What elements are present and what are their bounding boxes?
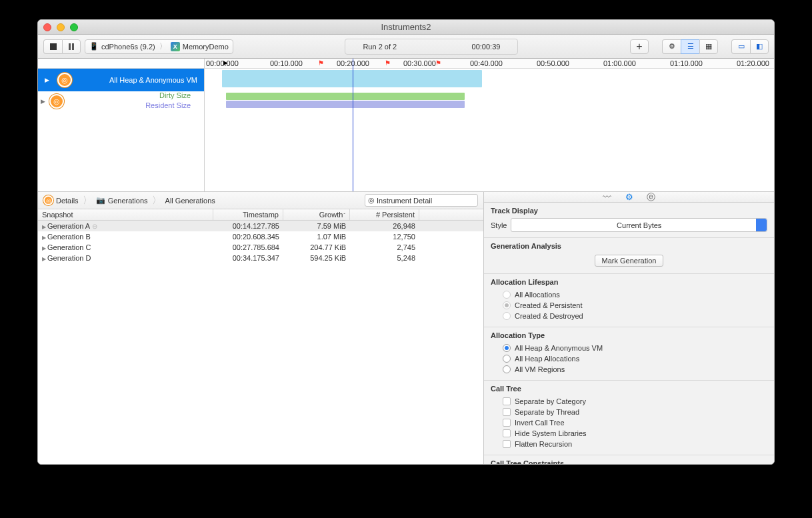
inspector-panel-toggle[interactable]: ◧ bbox=[750, 39, 769, 54]
flag-icon[interactable]: ⚑ bbox=[385, 59, 391, 67]
gear-icon: ⚙ bbox=[669, 42, 675, 51]
track-allocations[interactable]: ▶ ◎ All Heap & Anonymous VM bbox=[38, 69, 204, 91]
strategy-view-button[interactable]: ⚙ bbox=[662, 39, 681, 54]
track-allocations-label: All Heap & Anonymous VM bbox=[109, 76, 197, 84]
detail-panel-toggle[interactable]: ▭ bbox=[731, 39, 750, 54]
table-row[interactable]: ▶Generation D 00:34.175.347 594.25 KiB 5… bbox=[38, 253, 483, 263]
cell-persistent: 12,750 bbox=[350, 233, 419, 241]
flag-icon[interactable]: ⚑ bbox=[435, 59, 441, 67]
device-label: cdPhone6s (9.2) bbox=[101, 43, 155, 51]
svg-rect-0 bbox=[50, 43, 57, 50]
breadcrumb: ◎ Details 〉 📷 Generations 〉 All Generati… bbox=[38, 192, 483, 209]
col-growth[interactable]: Growthˇ bbox=[283, 209, 350, 220]
radio-label: All Heap Allocations bbox=[515, 355, 579, 363]
run-status[interactable]: Run 2 of 2 00:00:39 bbox=[345, 39, 518, 55]
elapsed-time: 00:00:39 bbox=[472, 43, 501, 51]
disclosure-icon[interactable]: ▶ bbox=[41, 98, 45, 105]
cell-persistent: 26,948 bbox=[350, 222, 419, 230]
radio-icon bbox=[503, 344, 511, 352]
list-view-button[interactable]: ☰ bbox=[681, 39, 699, 54]
radio-vm[interactable]: All VM Regions bbox=[491, 364, 767, 375]
cell-persistent: 5,248 bbox=[350, 254, 419, 262]
ruler-tick: 01:00.000 bbox=[603, 59, 636, 67]
radio-icon bbox=[503, 365, 511, 373]
disclosure-icon[interactable]: ▶ bbox=[42, 235, 46, 241]
section-track-display: Track Display Style Current Bytes bbox=[484, 203, 774, 238]
col-snapshot[interactable]: Snapshot bbox=[38, 209, 213, 220]
radio-heap[interactable]: All Heap Allocations bbox=[491, 353, 767, 364]
add-instrument-button[interactable]: + bbox=[630, 39, 649, 54]
target-chooser[interactable]: 📱 cdPhone6s (9.2) 〉 X MemoryDemo bbox=[85, 39, 233, 54]
radio-label: Created & Persistent bbox=[515, 301, 583, 309]
detail-filter-input[interactable]: ◎ Instrument Detail bbox=[365, 194, 478, 207]
pause-button[interactable] bbox=[62, 39, 81, 54]
cell-snapshot: Generation A bbox=[47, 222, 90, 230]
check-flatten-recursion: Flatten Recursion bbox=[491, 439, 767, 449]
col-persistent[interactable]: # Persistent bbox=[350, 209, 419, 220]
summary-tab-icon[interactable]: 〰 bbox=[602, 192, 612, 202]
ruler-tick: 01:20.000 bbox=[737, 59, 769, 67]
ruler-tick: 00:40.000 bbox=[470, 59, 503, 67]
cell-timestamp: 00:14.127.785 bbox=[213, 222, 283, 230]
table-row[interactable]: ▶Generation A ⊖ 00:14.127.785 7.59 MiB 2… bbox=[38, 221, 483, 231]
radio-all-allocations: All Allocations bbox=[491, 289, 767, 300]
time-ruler[interactable]: 00:00.000 ▶ 00:10.000 ⚑ 00:20.000 ⚑ 00:3… bbox=[205, 59, 774, 69]
ruler-tick: 00:10.000 bbox=[270, 59, 303, 67]
checkbox-icon bbox=[503, 408, 511, 416]
playhead-line[interactable] bbox=[353, 59, 353, 191]
col-timestamp[interactable]: Timestamp bbox=[213, 209, 283, 220]
extended-tab-icon[interactable]: ⓔ bbox=[646, 192, 656, 202]
breadcrumb-label: Generations bbox=[108, 197, 148, 205]
track-graph[interactable]: 00:00.000 ▶ 00:10.000 ⚑ 00:20.000 ⚑ 00:3… bbox=[205, 59, 774, 191]
breadcrumb-generations[interactable]: 📷 Generations bbox=[96, 196, 148, 205]
sort-desc-icon: ˇ bbox=[343, 212, 345, 218]
radio-created-persistent: Created & Persistent bbox=[491, 300, 767, 311]
placeholder-text: Instrument Detail bbox=[377, 197, 432, 205]
check-label: Flatten Recursion bbox=[515, 440, 572, 448]
breadcrumb-label: Details bbox=[56, 197, 79, 205]
disclosure-icon[interactable]: ▶ bbox=[42, 245, 46, 251]
settings-tab-icon[interactable]: ⚙ bbox=[624, 192, 634, 202]
stop-button[interactable] bbox=[43, 39, 62, 54]
track-resident-label: Resident Size bbox=[145, 101, 197, 111]
breadcrumb-all-generations[interactable]: All Generations bbox=[165, 197, 215, 205]
check-label: Hide System Libraries bbox=[515, 429, 587, 437]
camera-icon: 📷 bbox=[96, 196, 105, 205]
disclosure-icon[interactable]: ▶ bbox=[42, 256, 46, 262]
section-heading: Track Display bbox=[491, 207, 767, 215]
style-select[interactable]: Current Bytes bbox=[511, 218, 767, 232]
mark-generation-button[interactable]: Mark Generation bbox=[595, 255, 664, 267]
flag-icon[interactable]: ⚑ bbox=[318, 59, 324, 67]
breadcrumb-details[interactable]: ◎ Details bbox=[43, 195, 79, 205]
checkbox-icon bbox=[503, 419, 511, 427]
playhead-icon[interactable]: ▶ bbox=[223, 59, 228, 66]
table-row[interactable]: ▶Generation B 00:20.608.345 1.07 MiB 12,… bbox=[38, 231, 483, 242]
check-label: Invert Call Tree bbox=[515, 419, 565, 427]
ruler-tick: 01:10.000 bbox=[670, 59, 703, 67]
radio-label: Created & Destroyed bbox=[515, 312, 583, 320]
scope-icon: ◎ bbox=[368, 196, 375, 205]
svg-rect-2 bbox=[72, 43, 74, 50]
check-separate-category: Separate by Category bbox=[491, 396, 767, 407]
grid-view-button[interactable]: ▦ bbox=[699, 39, 718, 54]
run-label: Run 2 of 2 bbox=[363, 43, 397, 51]
disclosure-icon: ▶ bbox=[45, 77, 49, 83]
checkbox-icon bbox=[503, 429, 511, 437]
inspector-tabs: 〰 ⚙ ⓔ bbox=[484, 192, 774, 203]
transport-controls bbox=[43, 39, 81, 54]
radio-icon bbox=[503, 312, 511, 320]
cell-growth: 204.77 KiB bbox=[283, 243, 350, 251]
radio-heap-anon[interactable]: All Heap & Anonymous VM bbox=[491, 343, 767, 353]
panel-right-icon: ◧ bbox=[756, 42, 763, 51]
grid-icon: ▦ bbox=[705, 42, 712, 51]
check-label: Separate by Thread bbox=[515, 408, 579, 416]
cell-timestamp: 00:27.785.684 bbox=[213, 243, 283, 251]
section-heading: Call Tree bbox=[491, 385, 767, 393]
info-icon[interactable]: ⊖ bbox=[92, 223, 97, 230]
disclosure-icon[interactable]: ▶ bbox=[42, 224, 46, 230]
radio-icon bbox=[503, 355, 511, 363]
table-row[interactable]: ▶Generation C 00:27.785.684 204.77 KiB 2… bbox=[38, 242, 483, 253]
style-label: Style bbox=[491, 221, 507, 229]
style-value: Current Bytes bbox=[617, 221, 661, 229]
radio-icon bbox=[503, 301, 511, 309]
